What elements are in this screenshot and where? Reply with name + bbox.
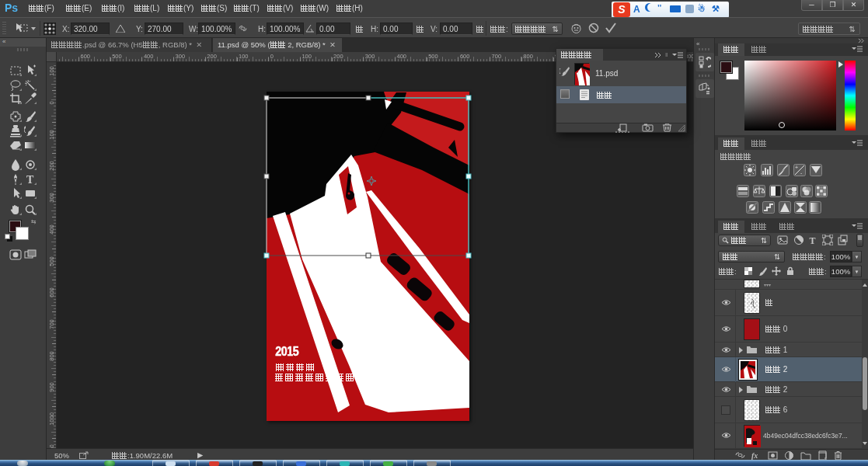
svg-text:fx: fx [751, 451, 758, 460]
svg-text:+: + [795, 165, 798, 170]
svg-text:2015: 2015 [275, 344, 299, 358]
svg-text:T: T [810, 235, 816, 245]
svg-text:T: T [26, 174, 34, 186]
